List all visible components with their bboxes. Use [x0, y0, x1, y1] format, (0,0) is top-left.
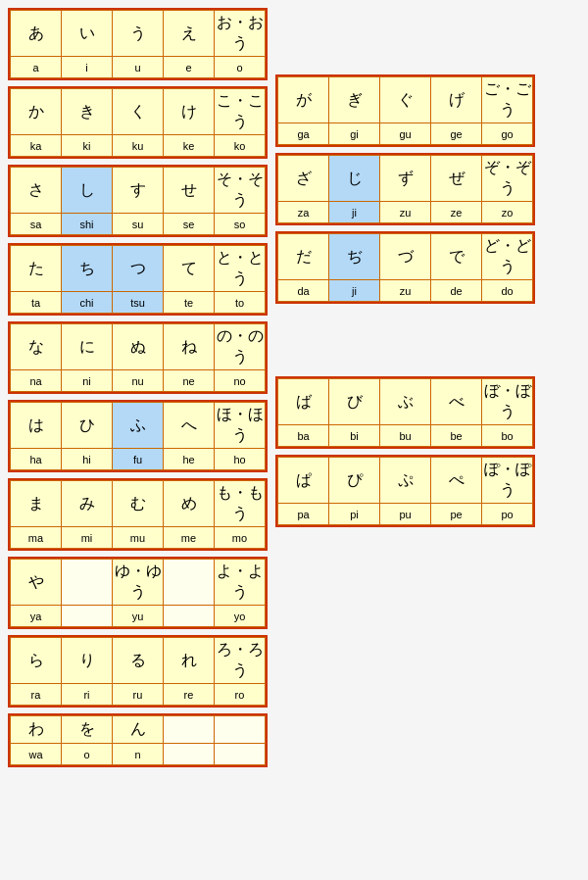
kana-roman-cell: zo	[482, 202, 533, 223]
kana-char-cell: ぺ	[431, 458, 482, 504]
kana-roman-cell	[62, 606, 113, 627]
kana-char-cell: え	[164, 11, 215, 57]
kana-char-cell: ぷ	[380, 458, 431, 504]
kana-roman-cell: yo	[215, 606, 266, 627]
kana-char-cell: ゆ・ゆう	[113, 560, 164, 606]
kana-group-t-row: たちつてと・とうtachitsuteto	[8, 243, 268, 316]
kana-char-cell: の・のう	[215, 324, 266, 370]
kana-char-cell: ず	[380, 156, 431, 202]
kana-table: たちつてと・とうtachitsuteto	[10, 245, 266, 314]
kana-roman-cell: da	[278, 280, 329, 302]
layout-spacer	[275, 8, 535, 69]
kana-char-cell: ぜ	[431, 156, 482, 202]
kana-table: がぎぐげご・ごうgagigugego	[277, 76, 533, 145]
kana-roman-cell: n	[113, 744, 164, 765]
kana-roman-cell: ji	[329, 202, 380, 223]
kana-roman-cell: i	[62, 57, 113, 78]
kana-char-cell: あ	[11, 11, 62, 57]
kana-group-z-row: ざじずぜぞ・ぞうzajizuzezo	[275, 153, 535, 225]
kana-roman-cell: he	[164, 449, 215, 470]
kana-roman-cell: ku	[113, 135, 164, 157]
kana-roman-cell: ya	[11, 606, 62, 627]
kana-roman-cell: za	[278, 202, 329, 223]
kana-roman-cell: bu	[380, 425, 431, 447]
kana-roman-cell	[164, 606, 215, 627]
kana-group-m-row: まみむめも・もうmamimumemo	[8, 478, 268, 551]
kana-roman-cell: ki	[62, 135, 113, 157]
kana-char-cell: と・とう	[215, 246, 266, 292]
kana-roman-cell: yu	[113, 606, 164, 627]
kana-table: やゆ・ゆうよ・ようyayuyo	[10, 559, 266, 627]
kana-char-cell: そ・そう	[215, 168, 266, 214]
kana-table: かきくけこ・こうkakikukeko	[10, 88, 266, 157]
kana-char-cell: び	[329, 379, 380, 425]
kana-char-cell: ふ	[113, 403, 164, 449]
kana-roman-cell: zu	[380, 202, 431, 223]
kana-group-b-row: ばびぶべぼ・ぼうbabibubebo	[275, 376, 535, 449]
kana-roman-cell: ge	[431, 123, 482, 145]
kana-table: なにぬねの・のうnaninuneno	[10, 323, 266, 392]
kana-roman-cell: be	[431, 425, 482, 447]
left-column: あいうえお・おうaiueoかきくけこ・こうkakikukekoさしすせそ・そうs…	[8, 8, 268, 767]
kana-roman-cell: pu	[380, 504, 431, 525]
kana-roman-cell: pe	[431, 504, 482, 525]
kana-char-cell	[164, 716, 215, 744]
kana-group-y-row: やゆ・ゆうよ・ようyayuyo	[8, 557, 268, 629]
kana-roman-cell: zu	[380, 280, 431, 302]
kana-roman-cell: ze	[431, 202, 482, 223]
kana-table: らりるれろ・ろうrarirurero	[10, 637, 266, 706]
kana-char-cell: ひ	[62, 403, 113, 449]
kana-char-cell: づ	[380, 234, 431, 280]
kana-char-cell: ぢ	[329, 234, 380, 280]
kana-roman-cell: ko	[215, 135, 266, 157]
kana-roman-cell: shi	[62, 214, 113, 235]
kana-char-cell: け	[164, 89, 215, 135]
kana-char-cell: き	[62, 89, 113, 135]
kana-char-cell: ば	[278, 379, 329, 425]
right-column: がぎぐげご・ごうgagigugegoざじずぜぞ・ぞうzajizuzezoだぢづで…	[275, 8, 535, 527]
kana-char-cell: に	[62, 324, 113, 370]
kana-roman-cell: me	[164, 527, 215, 549]
kana-char-cell: ん	[113, 716, 164, 744]
kana-char-cell: は	[11, 403, 62, 449]
kana-char-cell: ぶ	[380, 379, 431, 425]
kana-table: ばびぶべぼ・ぼうbabibubebo	[277, 378, 533, 447]
kana-char-cell: ぐ	[380, 77, 431, 123]
kana-roman-cell: ta	[11, 292, 62, 314]
kana-char-cell: ご・ごう	[482, 77, 533, 123]
kana-char-cell: ぽ・ぽう	[482, 458, 533, 504]
kana-group-s-row: さしすせそ・そうsashisuseso	[8, 165, 268, 237]
kana-roman-cell: ma	[11, 527, 62, 549]
kana-char-cell: よ・よう	[215, 560, 266, 606]
kana-roman-cell: u	[113, 57, 164, 78]
kana-roman-cell: te	[164, 292, 215, 314]
kana-roman-cell: pi	[329, 504, 380, 525]
kana-char-cell: む	[113, 481, 164, 527]
kana-char-cell: つ	[113, 246, 164, 292]
kana-char-cell: じ	[329, 156, 380, 202]
kana-char-cell: か	[11, 89, 62, 135]
kana-roman-cell: go	[482, 123, 533, 145]
kana-roman-cell	[164, 744, 215, 765]
kana-table: ざじずぜぞ・ぞうzajizuzezo	[277, 155, 533, 223]
kana-roman-cell: ri	[62, 684, 113, 706]
kana-char-cell: れ	[164, 638, 215, 684]
kana-char-cell: み	[62, 481, 113, 527]
kana-table: だぢづでど・どうdajizudedo	[277, 233, 533, 302]
kana-char-cell: く	[113, 89, 164, 135]
kana-group-k-row: かきくけこ・こうkakikukeko	[8, 86, 268, 159]
kana-roman-cell: e	[164, 57, 215, 78]
kana-roman-cell: no	[215, 370, 266, 392]
kana-roman-cell: de	[431, 280, 482, 302]
kana-char-cell: め	[164, 481, 215, 527]
layout-spacer	[275, 310, 535, 370]
kana-char-cell: る	[113, 638, 164, 684]
kana-roman-cell: gi	[329, 123, 380, 145]
kana-roman-cell: mi	[62, 527, 113, 549]
kana-char-cell: べ	[431, 379, 482, 425]
kana-table: まみむめも・もうmamimumemo	[10, 480, 266, 549]
kana-char-cell: ろ・ろう	[215, 638, 266, 684]
kana-char-cell: ざ	[278, 156, 329, 202]
kana-char-cell: た	[11, 246, 62, 292]
kana-roman-cell: ro	[215, 684, 266, 706]
